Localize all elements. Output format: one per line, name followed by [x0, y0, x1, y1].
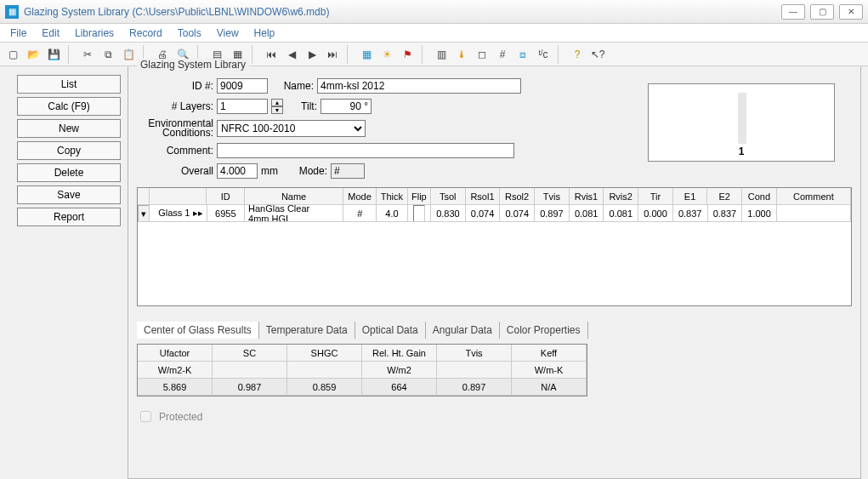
- sidebar: List Calc (F9) New Copy Delete Save Repo…: [0, 66, 128, 479]
- minimize-button[interactable]: —: [781, 4, 805, 20]
- tab-temperature[interactable]: Temperature Data: [259, 322, 355, 339]
- grid-cell: [408, 205, 431, 222]
- menu-tools[interactable]: Tools: [171, 26, 208, 41]
- grid-header-cell: E1: [673, 188, 708, 205]
- calc-button[interactable]: Calc (F9): [17, 97, 121, 116]
- menu-view[interactable]: View: [210, 26, 246, 41]
- result-value: 0.987: [213, 379, 287, 396]
- tab-optical[interactable]: Optical Data: [355, 322, 426, 339]
- layers-spinner[interactable]: ▲▼: [271, 99, 283, 114]
- protected-label: Protected: [159, 411, 202, 423]
- name-label: Name:: [271, 80, 314, 92]
- tab-angular[interactable]: Angular Data: [426, 322, 500, 339]
- new-file-icon[interactable]: ▢: [3, 45, 22, 64]
- grid-cell: 0.074: [500, 205, 535, 222]
- grid-cell: 0.830: [431, 205, 466, 222]
- result-header: W/m2-K: [138, 362, 213, 379]
- result-value: 664: [362, 379, 437, 396]
- grid-cell: 0.081: [604, 205, 638, 222]
- menu-file[interactable]: File: [3, 26, 33, 41]
- menu-edit[interactable]: Edit: [35, 26, 66, 41]
- new-button[interactable]: New: [17, 119, 121, 138]
- report-button[interactable]: Report: [17, 208, 121, 226]
- toolbar: ▢ 📂 💾 ✂ ⧉ 📋 🖨 🔍 ▤ ▦ ⏮ ◀ ▶ ⏭ ▦ ☀ ⚑ ▥ 🌡 ◻ …: [0, 43, 868, 66]
- grid-cell: 0.000: [638, 205, 673, 222]
- glass-icon[interactable]: ▥: [432, 45, 451, 64]
- help-icon[interactable]: ?: [568, 45, 587, 64]
- temp-icon[interactable]: 🌡: [452, 45, 471, 64]
- menu-record[interactable]: Record: [122, 26, 169, 41]
- app-icon: ▦: [5, 5, 19, 19]
- therm-icon[interactable]: ⧈: [513, 45, 532, 64]
- prev-record-icon[interactable]: ◀: [282, 45, 301, 64]
- layers-field[interactable]: [217, 99, 268, 114]
- overall-field[interactable]: [217, 163, 258, 179]
- grid-header-cell: Comment: [777, 188, 851, 205]
- group-title: Glazing System Library: [137, 59, 249, 71]
- first-record-icon[interactable]: ⏮: [262, 45, 281, 64]
- name-field[interactable]: [317, 78, 521, 94]
- flip-checkbox[interactable]: [413, 205, 425, 222]
- list-button[interactable]: List: [17, 75, 121, 94]
- tab-color[interactable]: Color Properties: [500, 322, 588, 339]
- menu-libraries[interactable]: Libraries: [68, 26, 121, 41]
- grid-header-cell: ID: [207, 188, 245, 205]
- grid-header-cell: E2: [707, 188, 742, 205]
- save-icon[interactable]: 💾: [44, 45, 63, 64]
- grid-cell: 0.897: [535, 205, 570, 222]
- grid-cell[interactable]: Glass 1 ▸▸: [150, 205, 207, 222]
- next-record-icon[interactable]: ▶: [303, 45, 321, 64]
- save-button[interactable]: Save: [17, 185, 121, 204]
- menu-help[interactable]: Help: [247, 26, 282, 41]
- result-header: [213, 362, 287, 379]
- frame-icon[interactable]: ◻: [473, 45, 491, 64]
- grid-cell: 6955: [207, 205, 246, 222]
- grid-header-cell: Rvis1: [570, 188, 604, 205]
- comment-field[interactable]: [217, 143, 514, 158]
- grid-cell[interactable]: HanGlas Clear 4mm.HGI: [245, 205, 343, 222]
- last-record-icon[interactable]: ⏭: [323, 45, 342, 64]
- result-value: 0.897: [437, 379, 512, 396]
- id-field[interactable]: [217, 78, 268, 94]
- grid-header-cell: Rsol1: [466, 188, 501, 205]
- close-button[interactable]: ✕: [839, 4, 863, 20]
- tab-center-glass[interactable]: Center of Glass Results: [137, 322, 259, 339]
- paste-icon[interactable]: 📋: [119, 45, 138, 64]
- result-header: W/m-K: [512, 362, 587, 379]
- light-icon[interactable]: ☀: [377, 45, 396, 64]
- layer-slab: [738, 93, 746, 144]
- layer-number: 1: [739, 145, 745, 157]
- open-icon[interactable]: 📂: [24, 45, 43, 64]
- env-select[interactable]: NFRC 100-2010: [217, 120, 366, 137]
- grid-cell: 0.074: [466, 205, 501, 222]
- env-label: Environmental Conditions:: [137, 119, 213, 138]
- grid-header-cell: Tsol: [431, 188, 466, 205]
- layer-preview: 1: [648, 83, 835, 162]
- overall-unit: mm: [261, 165, 286, 177]
- tilt-field[interactable]: [321, 99, 372, 114]
- layers-grid: IDNameModeThickFlipTsolRsol1Rsol2TvisRvi…: [137, 187, 852, 306]
- pin-icon[interactable]: ⚑: [398, 45, 417, 64]
- tc-icon[interactable]: t/c: [534, 45, 553, 64]
- maximize-button[interactable]: ▢: [810, 4, 834, 20]
- results-tabs: Center of Glass Results Temperature Data…: [137, 322, 852, 339]
- grid-header-cell: Tvis: [535, 188, 570, 205]
- context-help-icon[interactable]: ↖?: [588, 45, 607, 64]
- cut-icon[interactable]: ✂: [78, 45, 97, 64]
- divider-icon[interactable]: #: [493, 45, 512, 64]
- grid-cell: 0.081: [570, 205, 604, 222]
- grid-cell: 1.000: [742, 205, 777, 222]
- result-header: Tvis: [437, 345, 512, 362]
- result-header: Rel. Ht. Gain: [362, 345, 437, 362]
- delete-button[interactable]: Delete: [17, 163, 121, 182]
- grid-header-cell: Rvis2: [604, 188, 638, 205]
- result-header: [437, 362, 512, 379]
- grid-cell: 0.837: [708, 205, 743, 222]
- result-header: [287, 362, 362, 379]
- copy-icon[interactable]: ⧉: [99, 45, 117, 64]
- row-selector[interactable]: ▾: [138, 205, 150, 222]
- grid-icon[interactable]: ▦: [357, 45, 376, 64]
- copy-button[interactable]: Copy: [17, 141, 121, 160]
- result-header: Keff: [512, 345, 587, 362]
- results-table: UfactorSCSHGCRel. Ht. GainTvisKeff W/m2-…: [137, 344, 587, 396]
